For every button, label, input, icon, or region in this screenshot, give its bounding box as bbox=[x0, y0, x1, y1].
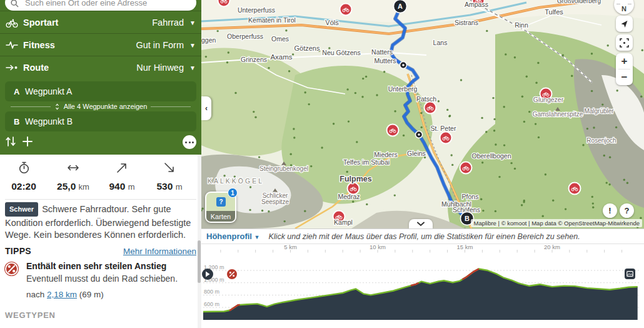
x-tick-label: 15 km bbox=[457, 243, 473, 250]
highlight-poi-marker[interactable] bbox=[218, 0, 230, 7]
forest-dot bbox=[366, 203, 368, 205]
forest-dot bbox=[421, 126, 423, 128]
highlight-poi-marker[interactable] bbox=[387, 125, 399, 136]
map-thumb-marker: ? bbox=[216, 197, 226, 207]
chevron-down-icon: ▼ bbox=[189, 42, 196, 49]
tip-location-prefix: nach bbox=[26, 290, 47, 299]
photo-icon bbox=[626, 270, 633, 277]
sport-label: Sportart bbox=[23, 18, 58, 28]
waytypes-heading: WEGTYPEN bbox=[5, 310, 56, 320]
forest-dot bbox=[616, 90, 618, 91]
forest-dot bbox=[420, 112, 422, 114]
help-button[interactable]: ? bbox=[620, 203, 634, 218]
highlight-marker[interactable] bbox=[625, 269, 635, 279]
profile-hint-text: Klick und zieh mit der Maus über das Pro… bbox=[268, 232, 580, 241]
intermediate-waypoint-marker[interactable] bbox=[400, 62, 407, 69]
forest-dot bbox=[545, 173, 546, 175]
tip-item: Enthält einen sehr steilen Anstieg Event… bbox=[5, 261, 193, 299]
dot bbox=[185, 141, 187, 143]
sport-setting-row[interactable]: Sportart Fahrrad ▼ bbox=[0, 11, 201, 34]
zoom-out-button[interactable]: − bbox=[616, 69, 633, 85]
chevron-down-icon bbox=[417, 222, 425, 227]
forest-dot bbox=[623, 179, 625, 181]
collapse-profile-button[interactable] bbox=[409, 219, 433, 228]
map-label: Unterberg bbox=[388, 85, 418, 93]
swap-waypoints-button[interactable] bbox=[5, 135, 16, 148]
map-layers-badge: 1 bbox=[228, 188, 238, 198]
locate-button[interactable] bbox=[616, 16, 633, 32]
fitness-setting-row[interactable]: Fitness Gut in Form ▼ bbox=[0, 33, 201, 56]
map-label: Fulpmes bbox=[340, 175, 371, 183]
play-tour-button[interactable] bbox=[202, 269, 213, 280]
play-icon bbox=[205, 271, 210, 277]
forest-dot bbox=[615, 126, 617, 128]
forest-dot bbox=[284, 220, 286, 222]
forest-dot bbox=[480, 198, 482, 200]
forest-dot bbox=[535, 123, 536, 125]
descent-arrow-icon bbox=[163, 161, 176, 174]
sidebar-scrollbar-thumb[interactable] bbox=[198, 240, 201, 283]
more-options-button[interactable] bbox=[183, 135, 196, 149]
forest-dot bbox=[451, 164, 453, 166]
forest-dot bbox=[592, 207, 594, 208]
marker-a[interactable]: A bbox=[394, 0, 407, 13]
waypoint-b-field[interactable]: B Wegpunkt B bbox=[5, 111, 196, 131]
steep-section-marker[interactable] bbox=[226, 268, 238, 280]
tips-heading: TIPPS bbox=[5, 246, 31, 256]
intermediate-waypoint-marker[interactable] bbox=[416, 131, 423, 138]
fullscreen-button[interactable] bbox=[616, 34, 633, 51]
map-label: Steingrubenkogel bbox=[259, 165, 308, 172]
elevation-area[interactable] bbox=[203, 269, 638, 320]
forest-dot bbox=[626, 182, 628, 184]
map-layers-label: Karten bbox=[206, 211, 235, 222]
collapse-sidebar-button[interactable]: ‹ bbox=[201, 96, 211, 120]
map-label: Gleins bbox=[407, 150, 426, 157]
distance-value: 25,0 bbox=[57, 181, 76, 192]
route-planner-app: RanggenUnterperfussKematen in TirolVölsO… bbox=[0, 0, 644, 328]
chevron-down-icon: ▼ bbox=[254, 234, 260, 240]
add-waypoint-button[interactable] bbox=[23, 136, 33, 146]
tip-distance-link[interactable]: 2,18 km bbox=[47, 290, 77, 299]
highlight-poi-marker[interactable] bbox=[460, 162, 472, 174]
forest-dot bbox=[438, 100, 440, 102]
more-information-link[interactable]: Mehr Informationen bbox=[123, 247, 196, 256]
forest-dot bbox=[538, 136, 540, 138]
search-input[interactable] bbox=[24, 0, 183, 8]
chevron-down-icon: ▼ bbox=[189, 64, 196, 71]
highlight-poi-marker[interactable] bbox=[425, 102, 436, 114]
show-all-waypoints-toggle[interactable]: Alle 4 Wegpunkte anzeigen bbox=[0, 101, 201, 111]
forest-dot bbox=[526, 76, 528, 78]
profile-dropdown[interactable]: Höhenprofil ▼ bbox=[206, 232, 259, 241]
forest-dot bbox=[607, 44, 609, 46]
info-button[interactable]: ! bbox=[603, 203, 617, 218]
forest-dot bbox=[481, 161, 483, 163]
map-attribution[interactable]: Maplibre | © komoot | Map data © OpenStr… bbox=[471, 219, 642, 227]
highlight-poi-marker[interactable] bbox=[569, 183, 581, 195]
difficulty-description: SchwerSchwere Fahrradtour. Sehr gute Kon… bbox=[5, 203, 193, 242]
forest-dot bbox=[223, 175, 225, 177]
compass-tick-left bbox=[616, 4, 620, 4]
divider bbox=[11, 106, 51, 107]
fitness-label: Fitness bbox=[23, 40, 55, 50]
waypoint-a-field[interactable]: A Wegpunkt A bbox=[5, 81, 196, 101]
highlight-poi-marker[interactable] bbox=[440, 132, 452, 144]
forest-dot bbox=[641, 49, 643, 51]
map-label: Axams bbox=[270, 53, 292, 61]
forest-dot bbox=[308, 103, 310, 105]
map-canvas[interactable]: RanggenUnterperfussKematen in TirolVölsO… bbox=[201, 0, 644, 228]
route-setting-row[interactable]: Route Nur Hinweg ▼ bbox=[0, 56, 201, 79]
map-label: Gamslahnerspitze bbox=[533, 111, 583, 118]
y-grid-label: 600 m bbox=[204, 301, 219, 307]
map-label: Medraz bbox=[338, 193, 360, 200]
distance-unit: km bbox=[79, 182, 89, 192]
search-bar[interactable] bbox=[5, 0, 196, 11]
elevation-chart[interactable]: 5 km10 km15 km20 km1.200 m1.000 m800 m60… bbox=[201, 243, 644, 328]
zoom-in-button[interactable]: + bbox=[616, 53, 633, 69]
forest-dot bbox=[537, 62, 539, 64]
elevation-panel: Höhenprofil ▼ Klick und zieh mit der Mau… bbox=[201, 228, 644, 328]
forest-dot bbox=[352, 201, 354, 203]
map[interactable]: RanggenUnterperfussKematen in TirolVölsO… bbox=[201, 0, 644, 228]
forest-dot bbox=[609, 156, 611, 158]
highlight-poi-marker[interactable] bbox=[340, 4, 352, 16]
forest-dot bbox=[591, 196, 593, 198]
